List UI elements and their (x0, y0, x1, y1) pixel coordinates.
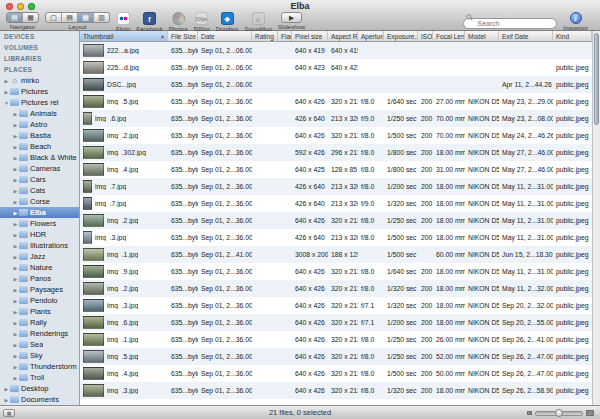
table-row[interactable]: img_.7.jpg635...bytesSep 01, 2...36.00 P… (80, 195, 592, 212)
sidebar-item-animals[interactable]: ▶Animals (0, 108, 79, 119)
sidebar-item-cars[interactable]: ▶Cars (0, 174, 79, 185)
disclosure-triangle-icon[interactable]: ▶ (12, 309, 19, 315)
layout-segment-4[interactable]: ▥ (94, 13, 109, 22)
disclosure-triangle-icon[interactable]: ▶ (12, 210, 19, 216)
scrollbar-thumb[interactable] (594, 33, 599, 125)
table-row[interactable]: img_.2.jpg635...bytesSep 01, 2...36.00 P… (80, 280, 592, 297)
disclosure-triangle-icon[interactable]: ▶ (12, 155, 19, 161)
disclosure-triangle-icon[interactable]: ▶ (12, 188, 19, 194)
search-input[interactable] (463, 18, 557, 29)
sidebar-item-nature[interactable]: ▶Nature (0, 262, 79, 273)
table-row[interactable]: img_.5.jpg635...bytesSep 01, 2...36.00 P… (80, 93, 592, 110)
column-header-model[interactable]: Model (465, 31, 499, 41)
flickr-icon[interactable] (117, 12, 130, 25)
close-button[interactable] (6, 3, 13, 10)
table-row[interactable]: img_.9.jpg635...bytesSep 01, 2...36.00 P… (80, 263, 592, 280)
table-row[interactable]: img_.5.jpg635...bytesSep 01, 2...36.00 P… (80, 348, 592, 365)
disclosure-triangle-icon[interactable]: ▶ (12, 221, 19, 227)
table-row[interactable]: img_.1.jpg635...bytesSep 01, 2...41.00 P… (80, 246, 592, 263)
table-row[interactable]: img_.2.jpg635...bytesSep 01, 2...36.00 P… (80, 127, 592, 144)
sidebar-item-illustrations[interactable]: ▶Illustrations (0, 240, 79, 251)
layout-segment-2[interactable]: ▤ (62, 13, 78, 22)
sidebar-item-elba[interactable]: ▶Elba (0, 207, 79, 218)
view-toggle-button[interactable]: ▦ (3, 409, 15, 417)
sidebar-item-beach[interactable]: ▶Beach (0, 141, 79, 152)
disclosure-triangle-icon[interactable]: ▶ (12, 342, 19, 348)
thumbnail-image[interactable] (83, 282, 104, 295)
sidebar-item-panos[interactable]: ▶Panos (0, 273, 79, 284)
disclosure-triangle-icon[interactable]: ▶ (12, 364, 19, 370)
thumbnail-image[interactable] (83, 112, 92, 125)
table-row[interactable]: 222...a.jpg635...bytesSep 01, 2...06.00 … (80, 42, 592, 59)
slideshow-button[interactable]: ▶ (281, 12, 302, 23)
sidebar-item-thunderstorm[interactable]: ▶Thunderstorm (0, 361, 79, 372)
column-header-rating[interactable]: Rating (252, 31, 278, 41)
sidebar-item-paysages[interactable]: ▶Paysages (0, 284, 79, 295)
sidebar-item-desktop[interactable]: ▶Desktop (0, 383, 79, 394)
sidebar-item-bastia[interactable]: ▶Bastia (0, 130, 79, 141)
thumbnail-image[interactable] (83, 265, 104, 278)
layout-segment-3[interactable]: ▦ (78, 13, 94, 22)
thumbnail-image[interactable] (83, 129, 104, 142)
thumbnail-image[interactable] (83, 299, 104, 312)
disclosure-triangle-icon[interactable]: ▼ (3, 100, 10, 106)
500px-icon[interactable]: 500px (195, 12, 208, 25)
disclosure-triangle-icon[interactable]: ▶ (12, 199, 19, 205)
disclosure-triangle-icon[interactable]: ▶ (12, 243, 19, 249)
table-row[interactable]: 225...d.jpg635...bytesSep 01, 2...06.00 … (80, 59, 592, 76)
sidebar-item-corse[interactable]: ▶Corse (0, 196, 79, 207)
thumbnail-image[interactable] (83, 248, 104, 261)
sidebar-item-hdr[interactable]: ▶HDR (0, 229, 79, 240)
slider-knob[interactable] (555, 409, 563, 417)
disclosure-triangle-icon[interactable]: ▶ (12, 353, 19, 359)
disclosure-triangle-icon[interactable]: ▶ (12, 232, 19, 238)
thumbnail-image[interactable] (83, 350, 104, 363)
vertical-scrollbar[interactable] (592, 31, 600, 405)
thumbnail-image[interactable] (83, 44, 104, 57)
disclosure-triangle-icon[interactable]: ▶ (3, 397, 10, 403)
disclosure-triangle-icon[interactable]: ▶ (12, 375, 19, 381)
sidebar-item-mirko[interactable]: ▶⌂mirko (0, 75, 79, 86)
disclosure-triangle-icon[interactable]: ▶ (3, 78, 10, 84)
disclosure-triangle-icon[interactable]: ▶ (12, 122, 19, 128)
inspector-button[interactable]: i (570, 12, 582, 24)
table-row[interactable]: img_.3.jpg635...bytesSep 01, 2...36.00 P… (80, 297, 592, 314)
dropbox-icon[interactable]: ❖ (221, 12, 234, 25)
disclosure-triangle-icon[interactable]: ▶ (12, 320, 19, 326)
thumbnail-image[interactable] (83, 180, 92, 193)
table-row[interactable]: img_.6.jpg635...bytesSep 01, 2...36.00 P… (80, 314, 592, 331)
slider-track[interactable] (535, 411, 583, 416)
column-header-flag[interactable]: Flag (278, 31, 292, 41)
disclosure-triangle-icon[interactable]: ▶ (12, 276, 19, 282)
column-header-exif[interactable]: Exif Date (499, 31, 553, 41)
disclosure-triangle-icon[interactable]: ▶ (12, 254, 19, 260)
table-row[interactable]: DSC...jpg635...bytesSep 01, 2...06.00 PM… (80, 76, 592, 93)
thumbnail-image[interactable] (83, 78, 104, 91)
disclosure-triangle-icon[interactable]: ▶ (12, 111, 19, 117)
sidebar-item-cats[interactable]: ▶Cats (0, 185, 79, 196)
table-row[interactable]: img_.7.jpg635...bytesSep 01, 2...36.00 P… (80, 178, 592, 195)
disclosure-triangle-icon[interactable]: ▶ (12, 166, 19, 172)
thumbnail-image[interactable] (83, 384, 104, 397)
sidebar-item-pendolo[interactable]: ▶Pendolo (0, 295, 79, 306)
title-bar[interactable]: Elba (0, 0, 600, 12)
disclosure-triangle-icon[interactable]: ▶ (12, 265, 19, 271)
sidebar-item-plants[interactable]: ▶Plants (0, 306, 79, 317)
smugmug-icon[interactable]: ☺ (252, 12, 265, 25)
sidebar-item-troll[interactable]: ▶Troll (0, 372, 79, 383)
table-row[interactable]: img_.4.jpg635...bytesSep 01, 2...36.00 P… (80, 365, 592, 382)
disclosure-triangle-icon[interactable]: ▶ (3, 386, 10, 392)
disclosure-triangle-icon[interactable]: ▶ (12, 331, 19, 337)
sidebar-item-cameras[interactable]: ▶Cameras (0, 163, 79, 174)
sidebar-item-rally[interactable]: ▶Rally (0, 317, 79, 328)
sidebar-item-sky[interactable]: ▶Sky (0, 350, 79, 361)
sidebar-item-flowers[interactable]: ▶Flowers (0, 218, 79, 229)
facebook-icon[interactable]: f (143, 12, 156, 25)
column-header-aperture[interactable]: Aperture (358, 31, 384, 41)
sidebar-item-pictures[interactable]: ▶Pictures (0, 86, 79, 97)
column-header-iso[interactable]: ISO (418, 31, 433, 41)
table-row[interactable]: img_.4.jpg635...bytesSep 01, 2...36.00 P… (80, 161, 592, 178)
disclosure-triangle-icon[interactable]: ▶ (3, 89, 10, 95)
thumbnail-image[interactable] (83, 95, 104, 108)
sidebar-item-documents[interactable]: ▶Documents (0, 394, 79, 405)
